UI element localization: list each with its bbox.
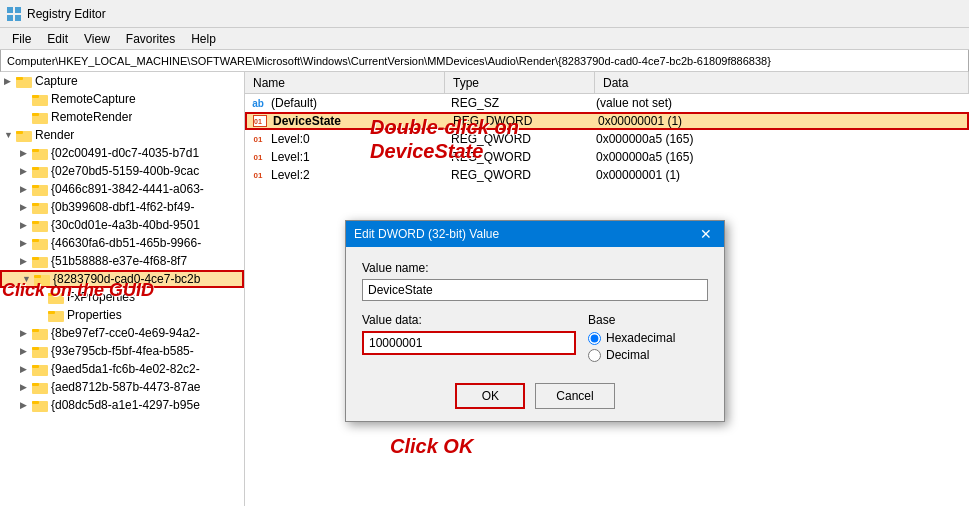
svg-rect-1 <box>15 7 21 13</box>
dialog-close-button[interactable]: ✕ <box>696 226 716 242</box>
tree-panel[interactable]: ▶ Capture RemoteCapture RemoteRender ▼ <box>0 72 245 506</box>
arrow-guid8: ▶ <box>20 346 32 356</box>
title-text: Registry Editor <box>27 7 106 21</box>
tree-label-guid2: {0466c891-3842-4441-a063- <box>51 182 204 196</box>
reg-type-level2: REG_QWORD <box>451 168 596 182</box>
col-header-type[interactable]: Type <box>445 72 595 93</box>
col-header-data[interactable]: Data <box>595 72 969 93</box>
menu-view[interactable]: View <box>76 30 118 48</box>
arrow-guid11: ▶ <box>20 400 32 410</box>
reg-data-level0: 0x000000a5 (165) <box>596 132 965 146</box>
tree-item-guid1[interactable]: ▶ {02e70bd5-5159-400b-9cac <box>0 162 244 180</box>
reg-row-level1[interactable]: 01 Level:1 REG_QWORD 0x000000a5 (165) <box>245 148 969 166</box>
folder-icon-props <box>48 308 64 322</box>
radio-decimal[interactable]: Decimal <box>588 348 708 362</box>
menu-favorites[interactable]: Favorites <box>118 30 183 48</box>
reg-type-level1: REG_QWORD <box>451 150 596 164</box>
reg-data-level2: 0x00000001 (1) <box>596 168 965 182</box>
tree-item-render[interactable]: ▼ Render <box>0 126 244 144</box>
tree-item-props[interactable]: Properties <box>0 306 244 324</box>
arrow-guid-selected: ▼ <box>22 274 34 284</box>
address-bar: Computer\HKEY_LOCAL_MACHINE\SOFTWARE\Mic… <box>0 50 969 72</box>
tree-label-remotecapture: RemoteCapture <box>51 92 136 106</box>
menu-help[interactable]: Help <box>183 30 224 48</box>
column-headers: Name Type Data <box>245 72 969 94</box>
svg-rect-33 <box>32 329 39 332</box>
tree-label-capture: Capture <box>35 74 78 88</box>
menu-file[interactable]: File <box>4 30 39 48</box>
arrow-guid0: ▶ <box>20 148 32 158</box>
edit-dword-dialog[interactable]: Edit DWORD (32-bit) Value ✕ Value name: … <box>345 220 725 422</box>
tree-item-guid0[interactable]: ▶ {02c00491-d0c7-4035-b7d1 <box>0 144 244 162</box>
tree-item-remotecapture[interactable]: RemoteCapture <box>0 90 244 108</box>
reg-row-devicestate[interactable]: 01 DeviceState REG_DWORD 0x00000001 (1) <box>245 112 969 130</box>
radio-hex-input[interactable] <box>588 332 601 345</box>
svg-rect-25 <box>32 257 39 260</box>
svg-rect-41 <box>32 401 39 404</box>
svg-rect-5 <box>16 77 23 80</box>
dialog-title-text: Edit DWORD (32-bit) Value <box>354 227 499 241</box>
tree-item-guid5[interactable]: ▶ {46630fa6-db51-465b-9966- <box>0 234 244 252</box>
dialog-buttons: OK Cancel <box>362 383 708 409</box>
svg-text:01: 01 <box>254 118 262 125</box>
tree-item-guid8[interactable]: ▶ {93e795cb-f5bf-4fea-b585- <box>0 342 244 360</box>
value-data-input[interactable] <box>362 331 576 355</box>
arrow-guid1: ▶ <box>20 166 32 176</box>
tree-label-guid0: {02c00491-d0c7-4035-b7d1 <box>51 146 199 160</box>
reg-name-level1: Level:1 <box>271 150 451 164</box>
folder-icon-render <box>16 128 32 142</box>
base-label: Base <box>588 313 708 327</box>
reg-name-level2: Level:2 <box>271 168 451 182</box>
svg-rect-17 <box>32 185 39 188</box>
reg-row-level0[interactable]: 01 Level:0 REG_QWORD 0x000000a5 (165) <box>245 130 969 148</box>
folder-icon-guid3 <box>32 200 48 214</box>
menu-edit[interactable]: Edit <box>39 30 76 48</box>
tree-item-guid11[interactable]: ▶ {d08dc5d8-a1e1-4297-b95e <box>0 396 244 414</box>
tree-item-guid6[interactable]: ▶ {51b58888-e37e-4f68-8f7 <box>0 252 244 270</box>
radio-dec-input[interactable] <box>588 349 601 362</box>
tree-label-render: Render <box>35 128 74 142</box>
reg-row-level2[interactable]: 01 Level:2 REG_QWORD 0x00000001 (1) <box>245 166 969 184</box>
radio-hexadecimal[interactable]: Hexadecimal <box>588 331 708 345</box>
value-name-input[interactable] <box>362 279 708 301</box>
ok-button[interactable]: OK <box>455 383 525 409</box>
tree-item-guid7[interactable]: ▶ {8be97ef7-cce0-4e69-94a2- <box>0 324 244 342</box>
cancel-button[interactable]: Cancel <box>535 383 614 409</box>
address-path: Computer\HKEY_LOCAL_MACHINE\SOFTWARE\Mic… <box>7 55 771 67</box>
tree-item-guid-selected[interactable]: ▼ {8283790d-cad0-4ce7-bc2b <box>0 270 244 288</box>
tree-item-guid3[interactable]: ▶ {0b399608-dbf1-4f62-bf49- <box>0 198 244 216</box>
svg-rect-21 <box>32 221 39 224</box>
folder-icon-guid7 <box>32 326 48 340</box>
arrow-guid5: ▶ <box>20 238 32 248</box>
svg-rect-9 <box>32 113 39 116</box>
reg-name-level0: Level:0 <box>271 132 451 146</box>
reg-row-default[interactable]: ab (Default) REG_SZ (value not set) <box>245 94 969 112</box>
radio-dec-label: Decimal <box>606 348 649 362</box>
folder-icon-remoterender <box>32 110 48 124</box>
tree-label-guid-selected: {8283790d-cad0-4ce7-bc2b <box>53 272 200 286</box>
col-header-name[interactable]: Name <box>245 72 445 93</box>
arrow-guid9: ▶ <box>20 364 32 374</box>
dialog-row: Value data: Base Hexadecimal Decimal <box>362 313 708 367</box>
folder-icon-capture <box>16 74 32 88</box>
tree-item-capture[interactable]: ▶ Capture <box>0 72 244 90</box>
tree-label-guid11: {d08dc5d8-a1e1-4297-b95e <box>51 398 200 412</box>
tree-item-fxprops[interactable]: FxProperties <box>0 288 244 306</box>
dialog-left: Value data: <box>362 313 576 367</box>
reg-icon-level1: 01 <box>249 150 267 164</box>
tree-item-guid9[interactable]: ▶ {9aed5da1-fc6b-4e02-82c2- <box>0 360 244 378</box>
menu-bar: File Edit View Favorites Help <box>0 28 969 50</box>
tree-item-guid10[interactable]: ▶ {aed8712b-587b-4473-87ae <box>0 378 244 396</box>
reg-name-devicestate: DeviceState <box>273 114 453 128</box>
folder-icon-guid2 <box>32 182 48 196</box>
svg-rect-13 <box>32 149 39 152</box>
tree-label-guid7: {8be97ef7-cce0-4e69-94a2- <box>51 326 200 340</box>
arrow-capture: ▶ <box>4 76 16 86</box>
folder-icon-guid11 <box>32 398 48 412</box>
tree-item-guid2[interactable]: ▶ {0466c891-3842-4441-a063- <box>0 180 244 198</box>
tree-item-guid4[interactable]: ▶ {30c0d01e-4a3b-40bd-9501 <box>0 216 244 234</box>
arrow-render: ▼ <box>4 130 16 140</box>
tree-item-remoterender[interactable]: RemoteRender <box>0 108 244 126</box>
value-data-label: Value data: <box>362 313 576 327</box>
dialog-right: Base Hexadecimal Decimal <box>588 313 708 365</box>
